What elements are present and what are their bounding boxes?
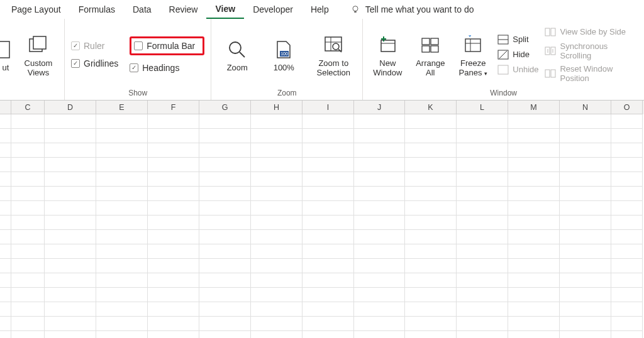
spreadsheet[interactable]: C D E F G H I J K L M N O [0,101,644,338]
cell[interactable] [354,302,405,317]
cell[interactable] [148,331,199,338]
cell[interactable] [560,331,611,338]
cell[interactable] [251,302,303,317]
cell[interactable] [354,273,405,288]
cell[interactable] [405,187,457,201]
cell[interactable] [354,317,405,331]
cell[interactable] [45,187,96,201]
cell[interactable] [251,143,303,158]
cell[interactable] [354,172,405,187]
cell[interactable] [560,187,611,201]
cell[interactable] [199,158,251,172]
cell[interactable] [96,172,148,187]
cell[interactable] [11,158,45,172]
cell[interactable] [560,230,611,244]
tab-developer[interactable]: Developer [244,1,302,18]
cell[interactable] [611,288,643,302]
grid-row[interactable] [0,288,644,302]
cell[interactable] [303,215,354,230]
cell[interactable] [354,143,405,158]
grid-row[interactable] [0,129,644,143]
cell[interactable] [508,259,560,273]
zoom-button[interactable]: Zoom [218,36,257,73]
cell[interactable] [457,273,508,288]
cell[interactable] [560,172,611,187]
cell[interactable] [45,230,96,244]
cell[interactable] [199,302,251,317]
cell[interactable] [457,244,508,259]
headings-checkbox[interactable]: Headings [130,63,204,73]
cell[interactable] [0,143,11,158]
column-header[interactable]: H [251,101,303,114]
cell[interactable] [405,114,457,129]
cell[interactable] [199,143,251,158]
cell[interactable] [405,143,457,158]
cell[interactable] [457,215,508,230]
cell[interactable] [199,259,251,273]
cell[interactable] [405,317,457,331]
grid-row[interactable] [0,158,644,172]
cell[interactable] [0,244,11,259]
cell[interactable] [45,288,96,302]
cell[interactable] [96,317,148,331]
cell[interactable] [96,143,148,158]
cell[interactable] [251,129,303,143]
cell[interactable] [303,143,354,158]
cell[interactable] [11,331,45,338]
cell[interactable] [354,201,405,215]
cell[interactable] [148,187,199,201]
cell[interactable] [45,259,96,273]
column-header[interactable]: L [457,101,508,114]
cell[interactable] [354,158,405,172]
column-header[interactable]: F [148,101,199,114]
cell[interactable] [405,273,457,288]
cell[interactable] [611,172,643,187]
cell[interactable] [303,317,354,331]
column-header[interactable]: E [96,101,148,114]
tab-view[interactable]: View [206,0,244,19]
cell[interactable] [11,302,45,317]
cell[interactable] [96,187,148,201]
cell[interactable] [45,143,96,158]
cell[interactable] [303,158,354,172]
cell[interactable] [199,215,251,230]
cell[interactable] [0,215,11,230]
cell[interactable] [251,259,303,273]
cell[interactable] [508,331,560,338]
cell[interactable] [96,201,148,215]
cell[interactable] [560,259,611,273]
cell[interactable] [199,244,251,259]
grid-row[interactable] [0,244,644,259]
cell[interactable] [199,288,251,302]
cell[interactable] [303,114,354,129]
grid-row[interactable] [0,259,644,273]
cell[interactable] [457,331,508,338]
cell[interactable] [0,273,11,288]
column-header[interactable]: M [508,101,560,114]
cell[interactable] [251,201,303,215]
column-header[interactable]: I [303,101,354,114]
grid-row[interactable] [0,317,644,331]
formula-bar-checkbox[interactable]: Formula Bar [130,36,204,55]
cell[interactable] [96,158,148,172]
cell[interactable] [199,317,251,331]
cell[interactable] [508,317,560,331]
cell[interactable] [148,172,199,187]
cell[interactable] [457,129,508,143]
grid-row[interactable] [0,114,644,129]
cell[interactable] [611,215,643,230]
zoom-to-selection-button[interactable]: Zoom to Selection [311,31,356,78]
cell[interactable] [251,158,303,172]
cell[interactable] [405,259,457,273]
column-header[interactable]: K [405,101,457,114]
cell[interactable] [0,331,11,338]
cell[interactable] [45,114,96,129]
grid-row[interactable] [0,302,644,317]
cell[interactable] [148,259,199,273]
cell[interactable] [560,288,611,302]
cell[interactable] [611,273,643,288]
cell[interactable] [303,259,354,273]
cell[interactable] [148,317,199,331]
tab-help[interactable]: Help [302,1,338,18]
cell[interactable] [560,158,611,172]
